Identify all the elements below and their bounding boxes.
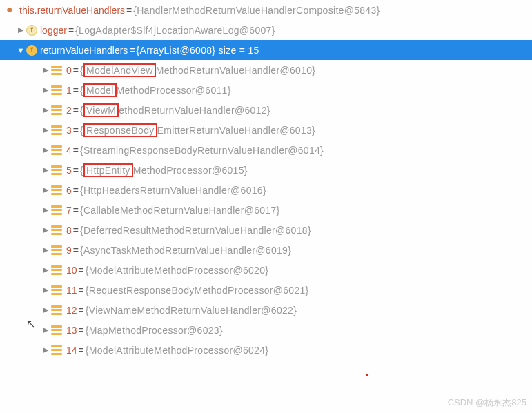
expand-arrow[interactable]: ▶ xyxy=(40,185,51,194)
element-icon xyxy=(51,265,62,275)
item-value: {HttpEntityMethodProcessor@6015} xyxy=(80,163,248,177)
element-icon xyxy=(51,245,62,255)
expand-arrow[interactable]: ▶ xyxy=(40,265,51,274)
highlight-box: HttpEntity xyxy=(83,163,133,177)
element-icon xyxy=(51,125,62,135)
var-name: returnValueHandlers xyxy=(40,45,128,56)
list-item[interactable]: ▶7 = {CallableMethodReturnValueHandler@6… xyxy=(0,200,532,220)
list-item[interactable]: ▶1 = {ModelMethodProcessor@6011} xyxy=(0,80,532,100)
expand-arrow[interactable]: ▶ xyxy=(40,325,51,334)
equals: = xyxy=(68,25,74,36)
item-index: 0 xyxy=(66,65,72,76)
expand-arrow[interactable]: ▶ xyxy=(40,125,51,134)
item-value: {HttpHeadersReturnValueHandler@6016} xyxy=(80,185,266,196)
element-icon xyxy=(51,105,62,115)
expand-arrow[interactable]: ▶ xyxy=(40,345,51,354)
item-value: {StreamingResponseBodyReturnValueHandler… xyxy=(80,145,324,156)
item-index: 2 xyxy=(66,105,72,116)
expand-arrow[interactable]: ▶ xyxy=(40,105,51,114)
item-index: 12 xyxy=(66,305,77,316)
expand-arrow[interactable]: ▶ xyxy=(15,26,26,34)
item-index: 4 xyxy=(66,145,72,156)
expand-arrow[interactable]: ▶ xyxy=(40,225,51,234)
list-item[interactable]: ▶9 = {AsyncTaskMethodReturnValueHandler@… xyxy=(0,240,532,260)
element-icon xyxy=(51,205,62,215)
list-item[interactable]: ▶0 = {ModelAndViewMethodReturnValueHandl… xyxy=(0,60,532,80)
expand-arrow[interactable]: ▶ xyxy=(40,245,51,254)
equals: = xyxy=(126,5,132,16)
element-icon xyxy=(51,225,62,235)
list-item[interactable]: ▶10 = {ModelAttributeMethodProcessor@602… xyxy=(0,260,532,280)
item-index: 3 xyxy=(66,125,72,136)
element-icon xyxy=(51,165,62,175)
expand-arrow[interactable]: ▶ xyxy=(40,85,51,94)
item-index: 8 xyxy=(66,225,72,236)
item-index: 14 xyxy=(66,345,77,356)
item-index: 6 xyxy=(66,185,72,196)
field-icon: f xyxy=(26,25,37,36)
debug-row-this[interactable]: ⚭ this.returnValueHandlers = {HandlerMet… xyxy=(0,0,532,20)
equals: = xyxy=(73,85,79,96)
expand-arrow[interactable]: ▶ xyxy=(40,305,51,314)
list-item[interactable]: ▶5 = {HttpEntityMethodProcessor@6015} xyxy=(0,160,532,180)
element-icon xyxy=(51,66,62,75)
var-value: {HandlerMethodReturnValueHandlerComposit… xyxy=(133,5,380,16)
item-value: {ModelMethodProcessor@6011} xyxy=(80,83,231,97)
debug-row-logger[interactable]: ▶ f logger = {LogAdapter$Slf4jLocationAw… xyxy=(0,20,532,40)
list-item[interactable]: ▶14 = {ModelAttributeMethodProcessor@602… xyxy=(0,340,532,360)
list-item[interactable]: ▶12 = {ViewNameMethodReturnValueHandler@… xyxy=(0,300,532,320)
equals: = xyxy=(79,305,84,316)
list-item[interactable]: ▶8 = {DeferredResultMethodReturnValueHan… xyxy=(0,220,532,240)
item-value: {CallableMethodReturnValueHandler@6017} xyxy=(80,205,280,216)
element-icon xyxy=(51,85,62,95)
item-index: 5 xyxy=(66,165,72,176)
element-icon xyxy=(51,285,62,295)
item-value: {ModelAttributeMethodProcessor@6024} xyxy=(86,345,269,356)
list-item[interactable]: ▶2 = {ViewMethodReturnValueHandler@6012} xyxy=(0,100,532,120)
var-name: logger xyxy=(40,25,67,36)
item-index: 11 xyxy=(66,285,77,296)
equals: = xyxy=(73,105,79,116)
list-item[interactable]: ▶13 = {MapMethodProcessor@6023} xyxy=(0,320,532,340)
highlight-box: ModelAndView xyxy=(83,63,156,77)
item-index: 7 xyxy=(66,205,72,216)
item-value: {MapMethodProcessor@6023} xyxy=(86,325,223,336)
element-icon xyxy=(51,185,62,195)
var-name: this.returnValueHandlers xyxy=(19,5,125,16)
highlight-box: Model xyxy=(83,83,117,97)
item-index: 1 xyxy=(66,85,72,96)
expand-arrow[interactable]: ▶ xyxy=(40,165,51,174)
equals: = xyxy=(129,45,135,56)
item-index: 10 xyxy=(66,265,77,276)
expand-arrow[interactable]: ▶ xyxy=(40,66,51,74)
list-item[interactable]: ▶3 = {ResponseBodyEmitterReturnValueHand… xyxy=(0,120,532,140)
element-icon xyxy=(51,325,62,335)
element-icon xyxy=(51,145,62,155)
highlight-box: ViewM xyxy=(83,103,119,117)
equals: = xyxy=(73,165,79,176)
field-icon: f xyxy=(26,45,37,56)
item-value: {ModelAttributeMethodProcessor@6020} xyxy=(86,265,269,276)
item-value: {ViewMethodReturnValueHandler@6012} xyxy=(80,103,270,117)
equals: = xyxy=(73,205,79,216)
collapse-arrow[interactable]: ▼ xyxy=(15,46,26,54)
expand-arrow[interactable]: ▶ xyxy=(40,285,51,294)
list-item[interactable]: ▶11 = {RequestResponseBodyMethodProcesso… xyxy=(0,280,532,300)
item-index: 13 xyxy=(66,325,77,336)
highlight-box: ResponseBody xyxy=(83,123,157,137)
item-value: {RequestResponseBodyMethodProcessor@6021… xyxy=(86,285,309,296)
equals: = xyxy=(73,65,79,76)
equals: = xyxy=(79,345,84,356)
debug-row-returnvaluehandlers[interactable]: ▼ f returnValueHandlers = {ArrayList@600… xyxy=(0,40,532,60)
item-value: {ResponseBodyEmitterReturnValueHandler@6… xyxy=(80,123,315,137)
expand-arrow[interactable]: ▶ xyxy=(40,145,51,154)
expand-arrow[interactable]: ▶ xyxy=(40,205,51,214)
list-item[interactable]: ▶4 = {StreamingResponseBodyReturnValueHa… xyxy=(0,140,532,160)
item-value: {ViewNameMethodReturnValueHandler@6022} xyxy=(86,305,297,316)
element-icon xyxy=(51,345,62,355)
list-item[interactable]: ▶6 = {HttpHeadersReturnValueHandler@6016… xyxy=(0,180,532,200)
var-value: {LogAdapter$Slf4jLocationAwareLog@6007} xyxy=(75,25,275,36)
equals: = xyxy=(79,265,84,276)
equals: = xyxy=(73,185,79,196)
equals: = xyxy=(73,125,79,136)
